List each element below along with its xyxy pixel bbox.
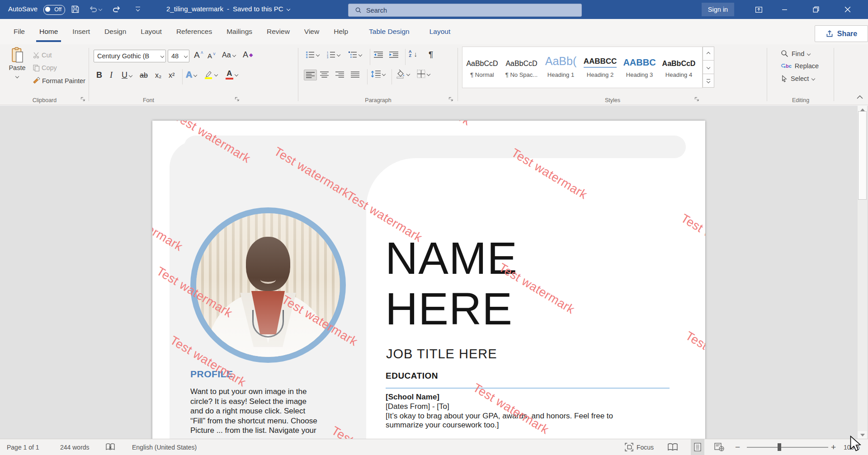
tab-design[interactable]: Design: [97, 19, 133, 44]
align-right-button[interactable]: [335, 71, 344, 78]
education-dates[interactable]: [Dates From] - [To]: [386, 402, 449, 411]
show-hide-pilcrow-button[interactable]: ¶: [429, 50, 433, 60]
underline-button[interactable]: U: [122, 70, 132, 80]
tab-references[interactable]: References: [169, 19, 219, 44]
select-dropdown-icon[interactable]: [811, 77, 815, 80]
font-dialog-launcher-icon[interactable]: [235, 97, 240, 102]
font-name-combobox[interactable]: Century Gothic (B: [94, 50, 166, 62]
scrollbar-thumb[interactable]: [858, 111, 867, 200]
style-heading-1[interactable]: AaBb( Heading 1: [541, 47, 580, 88]
tab-layout-contextual[interactable]: Layout: [422, 19, 458, 44]
education-heading[interactable]: EDUCATION: [386, 371, 438, 381]
strikethrough-button[interactable]: ab: [140, 71, 148, 80]
highlight-dropdown-icon[interactable]: [214, 73, 218, 76]
style-heading-3[interactable]: AABBC Heading 3: [620, 47, 659, 88]
save-icon[interactable]: [71, 5, 80, 14]
zoom-out-button[interactable]: −: [735, 439, 740, 455]
read-mode-button[interactable]: [667, 439, 678, 455]
zoom-slider-thumb[interactable]: [778, 443, 781, 451]
print-layout-button[interactable]: [691, 439, 704, 455]
proofing-status-icon[interactable]: [105, 439, 115, 455]
document-page[interactable]: NAME HERE JOB TITLE HERE PROFILE Want to…: [152, 121, 705, 439]
font-color-dropdown-icon[interactable]: [235, 73, 238, 76]
web-layout-button[interactable]: [714, 439, 724, 455]
zoom-in-button[interactable]: +: [831, 439, 836, 455]
line-spacing-dropdown-icon[interactable]: [382, 72, 386, 76]
tab-home[interactable]: Home: [32, 19, 65, 44]
highlight-button[interactable]: [204, 70, 217, 80]
format-painter-button[interactable]: Format Painter: [33, 77, 85, 84]
search-box[interactable]: Search: [348, 4, 582, 17]
share-button[interactable]: Share: [815, 25, 868, 42]
word-count[interactable]: 244 words: [60, 439, 90, 455]
justify-button[interactable]: [351, 71, 359, 78]
increase-indent-button[interactable]: [389, 51, 399, 58]
tab-mailings[interactable]: Mailings: [219, 19, 259, 44]
zoom-slider-track[interactable]: [747, 447, 828, 448]
subscript-button[interactable]: x₂: [155, 71, 161, 80]
style-heading-2[interactable]: AABBCC Heading 2: [580, 47, 620, 88]
bold-button[interactable]: B: [96, 70, 102, 80]
numbering-button[interactable]: 123: [326, 51, 340, 58]
customize-quick-access-icon[interactable]: [136, 7, 140, 11]
bullets-dropdown-icon[interactable]: [316, 53, 320, 56]
style-normal[interactable]: AaBbCcD ¶ Normal: [462, 47, 502, 88]
numbering-dropdown-icon[interactable]: [337, 53, 340, 56]
education-school[interactable]: [School Name]: [386, 393, 439, 402]
text-effects-dropdown-icon[interactable]: [193, 73, 197, 76]
document-canvas[interactable]: NAME HERE JOB TITLE HERE PROFILE Want to…: [0, 106, 868, 439]
cut-button[interactable]: Cut: [33, 52, 52, 59]
grow-font-button[interactable]: A˄: [194, 50, 203, 60]
page-indicator[interactable]: Page 1 of 1: [7, 439, 39, 455]
underline-dropdown-icon[interactable]: [129, 73, 132, 77]
ribbon-display-options-icon[interactable]: [748, 0, 769, 19]
profile-photo[interactable]: [190, 207, 346, 363]
align-left-button[interactable]: [304, 70, 317, 80]
line-spacing-button[interactable]: [371, 70, 385, 78]
tab-table-design[interactable]: Table Design: [362, 19, 417, 44]
decrease-indent-button[interactable]: [373, 51, 383, 58]
paste-button[interactable]: Paste: [5, 47, 29, 80]
text-effects-button[interactable]: A: [186, 70, 197, 80]
shading-dropdown-icon[interactable]: [406, 72, 410, 76]
font-name-dropdown-icon[interactable]: [160, 54, 164, 58]
tab-file[interactable]: File: [6, 19, 32, 44]
sign-in-button[interactable]: Sign in: [702, 3, 734, 16]
tab-view[interactable]: View: [297, 19, 326, 44]
align-center-button[interactable]: [320, 71, 329, 78]
clear-formatting-button[interactable]: A◆: [243, 50, 253, 60]
education-detail-line2[interactable]: summarize your coursework too.]: [386, 421, 499, 430]
sort-button[interactable]: AZ ↓: [409, 50, 417, 58]
replace-button[interactable]: ⮎bc Replace: [781, 62, 819, 70]
vertical-scrollbar[interactable]: [858, 106, 867, 439]
title-dropdown-icon[interactable]: [286, 7, 290, 10]
superscript-button[interactable]: x²: [169, 71, 175, 80]
collapse-ribbon-icon[interactable]: [854, 92, 865, 102]
paragraph-dialog-launcher-icon[interactable]: [448, 97, 453, 102]
tab-layout[interactable]: Layout: [133, 19, 169, 44]
focus-mode-button[interactable]: Focus: [625, 439, 654, 455]
borders-dropdown-icon[interactable]: [427, 72, 430, 75]
redo-button[interactable]: [112, 5, 121, 14]
tab-help[interactable]: Help: [326, 19, 355, 44]
minimize-button[interactable]: [774, 0, 795, 19]
tab-insert[interactable]: Insert: [65, 19, 97, 44]
profile-body[interactable]: Want to put your own image in the circle…: [190, 387, 346, 436]
paste-dropdown-icon[interactable]: [15, 75, 19, 78]
job-title[interactable]: JOB TITLE HERE: [386, 347, 497, 361]
italic-button[interactable]: I: [110, 70, 113, 80]
bullets-button[interactable]: [306, 51, 319, 58]
autosave-toggle[interactable]: Off: [43, 5, 65, 15]
tab-review[interactable]: Review: [259, 19, 297, 44]
shading-button[interactable]: [395, 70, 410, 79]
multilevel-dropdown-icon[interactable]: [359, 53, 362, 56]
select-button[interactable]: Select: [781, 75, 815, 82]
language-indicator[interactable]: English (United States): [132, 439, 197, 455]
font-color-button[interactable]: A: [226, 70, 238, 80]
change-case-button[interactable]: Aa: [222, 51, 236, 59]
styles-scroll-up-button[interactable]: [703, 47, 714, 61]
style-no-spacing[interactable]: AaBbCcD ¶ No Spac...: [502, 47, 541, 88]
style-heading-4[interactable]: AaBbCcD Heading 4: [659, 47, 698, 88]
find-dropdown-icon[interactable]: [807, 52, 811, 55]
name-heading[interactable]: NAME HERE: [385, 233, 518, 334]
